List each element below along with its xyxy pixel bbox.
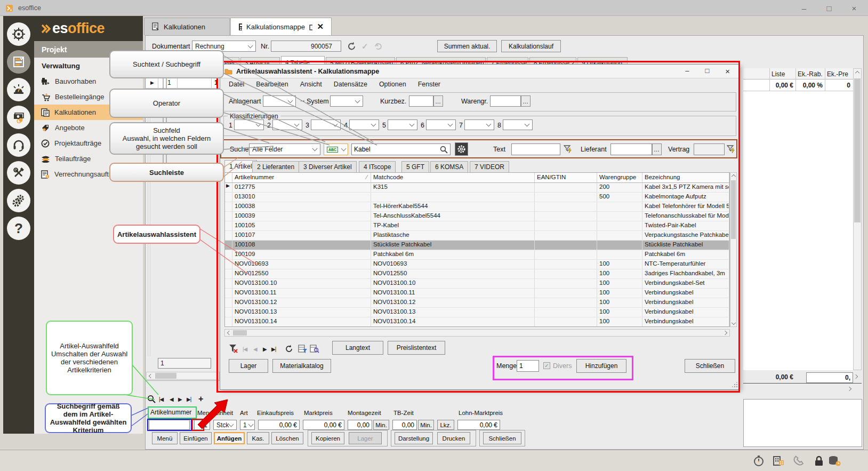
klass-select-5[interactable]: [388, 119, 417, 130]
artikelnummer-input[interactable]: [149, 420, 190, 430]
kalkulationslauf-button[interactable]: Kalkulationslauf: [501, 40, 561, 52]
lock-icon[interactable]: [814, 455, 824, 467]
drucken-button[interactable]: Drucken: [437, 432, 470, 444]
column-header[interactable]: Ek.-Rab.: [798, 70, 823, 78]
nav-first-icon[interactable]: |◀: [243, 346, 247, 352]
menu-optionen[interactable]: Optionen: [379, 81, 406, 88]
text-filter-input[interactable]: [511, 143, 560, 155]
alarm-icon[interactable]: [7, 78, 30, 101]
einkaufspreis-field[interactable]: [258, 420, 300, 430]
dialog-tab-komsa[interactable]: 6 KOMSA: [430, 161, 468, 172]
headset-icon[interactable]: [7, 133, 30, 157]
external-link-icon[interactable]: [309, 23, 313, 30]
art-select[interactable]: 1: [240, 420, 255, 430]
dialog-minimize-button[interactable]: –: [685, 67, 689, 76]
lieferant-picker-button[interactable]: …: [652, 143, 662, 155]
gears-icon[interactable]: [7, 189, 30, 212]
klass-select-8[interactable]: [503, 119, 533, 130]
kopieren-button[interactable]: Kopieren: [311, 432, 344, 444]
vertical-scrollbar[interactable]: [853, 68, 862, 370]
phone-icon[interactable]: [793, 455, 806, 467]
nav-first-icon[interactable]: |◀: [159, 396, 163, 402]
klass-select-2[interactable]: [272, 119, 302, 130]
table-row[interactable]: NOV013100.14NOV013100.14100Verbindungska…: [225, 317, 729, 327]
scroll-right-icon[interactable]: [723, 331, 727, 335]
grid-filter-icon[interactable]: [298, 344, 308, 354]
menge-dialog-field[interactable]: [517, 360, 539, 372]
tab-kalkulationen[interactable]: Kalkulationen: [144, 18, 230, 35]
confirm-check-icon[interactable]: ✓: [361, 42, 368, 51]
menu-datei[interactable]: Datei: [229, 81, 244, 88]
stopwatch-icon[interactable]: [753, 455, 765, 467]
divers-checkbox[interactable]: ✓: [543, 362, 550, 369]
warengr-input[interactable]: [490, 95, 521, 107]
table-row[interactable]: ▶012775K315200Kabel 3x1,5 PTZ Kamera mit…: [225, 183, 729, 193]
column-header[interactable]: Liste: [771, 70, 785, 78]
marktpreis-field[interactable]: [303, 420, 344, 430]
nav-next-icon[interactable]: ▶: [178, 396, 182, 402]
anlagenart-select[interactable]: [263, 95, 296, 107]
montagezeit-field[interactable]: [348, 420, 372, 430]
scroll-down-icon[interactable]: [732, 321, 736, 325]
summen-aktual-button[interactable]: Summen aktual.: [437, 40, 497, 52]
table-vertical-scrollbar[interactable]: [730, 172, 737, 327]
min-button[interactable]: Min.: [373, 420, 389, 430]
search-settings-button[interactable]: [455, 142, 468, 156]
menu-ansicht[interactable]: Ansicht: [300, 81, 322, 88]
einfuegen-button[interactable]: Einfügen: [180, 432, 212, 444]
projects-icon[interactable]: [7, 50, 30, 74]
dialog-tab-itscope[interactable]: 4 ITscope: [359, 161, 396, 172]
min-button[interactable]: Min.: [418, 420, 434, 430]
dialog-tab-gft[interactable]: 5 GFT: [401, 161, 429, 172]
darstellung-button[interactable]: Darstellung: [395, 432, 433, 444]
table-row[interactable]: 100039Tel-AnschlussKabel5544Telefonansch…: [225, 212, 729, 221]
window-minimize-button[interactable]: –: [793, 0, 815, 16]
column-header-artikelnummer[interactable]: Artikelnummer∕: [232, 173, 371, 182]
money-icon[interactable]: [7, 106, 30, 129]
scroll-left-icon[interactable]: [227, 331, 231, 335]
menge-field[interactable]: [194, 420, 210, 430]
table-row[interactable]: 100105TP-KabelTwisted-Pair-Kabel: [225, 221, 729, 231]
operator-select[interactable]: ABC: [324, 143, 348, 155]
table-row[interactable]: 100108Stückliste PatchkabelStückliste Pa…: [225, 241, 729, 250]
table-row[interactable]: NOV013100.12NOV013100.12100Verbindungska…: [225, 298, 729, 308]
loeschen-button[interactable]: Löschen: [271, 432, 303, 444]
help-icon[interactable]: ?: [7, 217, 30, 240]
window-maximize-button[interactable]: □: [818, 0, 840, 16]
klass-select-7[interactable]: [464, 119, 494, 130]
search-icon[interactable]: [147, 395, 156, 403]
schliessen-button[interactable]: Schließen: [483, 432, 521, 444]
dialog-tab-videor[interactable]: 7 VIDEOR: [470, 161, 509, 172]
table-row[interactable]: NOV013100.13NOV013100.13100Verbindungska…: [225, 308, 729, 317]
scroll-left-icon[interactable]: [149, 374, 153, 378]
refresh-icon[interactable]: [347, 41, 357, 52]
resize-grip[interactable]: [732, 382, 737, 387]
hinzufuegen-button[interactable]: Hinzufügen: [576, 359, 626, 373]
dialog-close-button[interactable]: ×: [725, 67, 730, 76]
pos-field[interactable]: 1: [158, 358, 211, 369]
scroll-up-icon[interactable]: [732, 174, 736, 179]
undo-icon[interactable]: [373, 42, 384, 51]
materialkatalog-button[interactable]: Materialkatalog: [272, 359, 331, 373]
lkz-button[interactable]: Lkz.: [437, 420, 454, 430]
company-icon[interactable]: [772, 454, 785, 467]
tbzeit-field[interactable]: [392, 420, 417, 430]
suchfeld-select[interactable]: Alle Felder: [249, 143, 320, 155]
vertrag-input[interactable]: [694, 143, 725, 155]
system-select[interactable]: [330, 95, 363, 107]
menu-bearbeiten[interactable]: Bearbeiten: [256, 81, 288, 88]
kurzbez-picker-button[interactable]: …: [433, 95, 443, 107]
table-row[interactable]: NOV012550NOV0125501003adriges Flachbandk…: [225, 269, 729, 279]
dialog-titlebar[interactable]: Artikelauswahlassistent - Kalkulationsma…: [220, 65, 740, 78]
langtext-button[interactable]: Langtext: [332, 341, 383, 355]
table-row[interactable]: 100107PlastiktascheVerpackungstasche Pat…: [225, 231, 729, 241]
close-tab-icon[interactable]: ✕: [317, 22, 324, 31]
column-header-bezeichnung[interactable]: Bezeichnung: [642, 173, 729, 182]
column-header-matchcode[interactable]: Matchcode: [371, 173, 535, 182]
nav-last-icon[interactable]: ▶|: [187, 396, 191, 402]
table-horizontal-scrollbar[interactable]: [224, 329, 730, 337]
nav-next-icon[interactable]: ▶: [263, 346, 267, 352]
scrollbar-thumb[interactable]: [155, 373, 176, 379]
lohn-marktpreis-field[interactable]: [457, 420, 500, 430]
window-close-button[interactable]: ×: [843, 0, 865, 16]
